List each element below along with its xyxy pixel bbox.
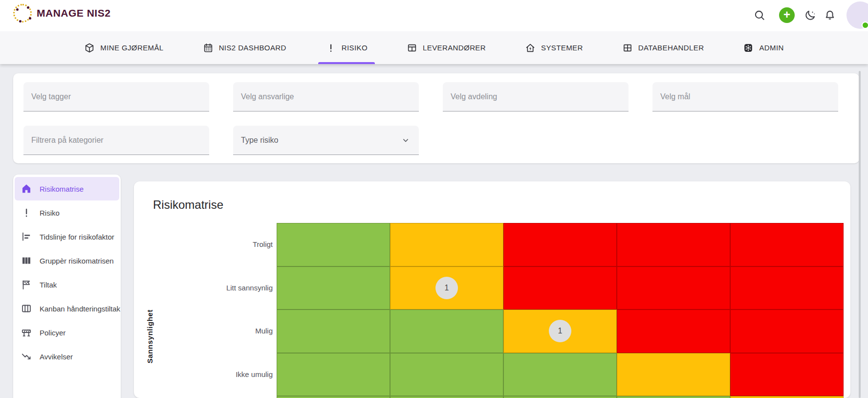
tab-leverand-rer[interactable]: LEVERANDØRER [399,31,493,64]
risk-count-badge[interactable]: 1 [435,277,458,299]
online-status-badge [862,22,868,29]
app-logo[interactable]: MANAGE NIS2 [13,4,110,22]
field-placeholder: Velg avdeling [451,92,497,101]
field-placeholder: Type risiko [241,136,278,145]
sidebar-item-label: Gruppèr risikomatrisen [40,257,114,265]
matrix-cell [730,353,844,397]
tab-label: LEVERANDØRER [423,44,486,52]
notifications-icon[interactable] [824,9,836,22]
logo-text: MANAGE NIS2 [37,7,110,19]
matrix-cell [390,396,503,398]
sidebar: RisikomatriseRisikoTidslinje for risikof… [13,175,121,398]
exclamation-icon [326,43,336,53]
sidebar-item-label: Tidslinje for risikofaktor [40,233,114,241]
tab-label: DATABEHANDLER [638,44,704,52]
timeline-icon [21,231,32,243]
filter-select-type-risiko[interactable]: Type risiko [233,126,419,155]
matrix-cell [730,396,844,398]
table-icon [407,43,417,53]
trending-down-icon [21,351,32,362]
risk-count-badge[interactable]: 1 [549,320,571,342]
tab-label: NIS2 DASHBOARD [219,44,286,52]
sidebar-item-label: Kanban håndteringstiltak [40,305,120,313]
matrix-cell [277,353,390,397]
main-nav: MINE GJØREMÅLNIS2 DASHBOARDRISIKOLEVERAN… [0,31,868,64]
sidebar-item-tiltak[interactable]: Tiltak [15,273,119,296]
tab-label: SYSTEMER [541,44,583,52]
matrix-cell [503,223,617,266]
field-placeholder: Velg mål [660,92,690,101]
matrix-row-label: Mulig [195,327,273,335]
sidebar-item-label: Avvikelser [40,353,73,361]
page-title: Risikomatrise [153,198,223,212]
add-button[interactable]: + [779,7,795,23]
sidebar-item-tidslinje-for-risikofaktor[interactable]: Tidslinje for risikofaktor [15,225,119,248]
filter-input-filtrera-p-kategorier[interactable]: Filtrera på kategorier [23,126,209,155]
tab-risiko[interactable]: RISIKO [318,31,375,64]
page-scrollbar[interactable] [859,71,861,398]
filters-panel: Velg taggerVelg ansvarligeVelg avdelingV… [13,73,859,163]
tab-databehandler[interactable]: DATABEHANDLER [615,31,712,64]
calendar-icon [203,43,214,53]
exclamation-icon [21,207,32,219]
barrier-icon [21,327,32,338]
matrix-cell [277,266,390,310]
matrix-cell [390,310,503,353]
sidebar-item-grupp-r-risikomatrisen[interactable]: Gruppèr risikomatrisen [15,249,119,272]
sidebar-item-kanban-h-ndteringstiltak[interactable]: Kanban håndteringstiltak [15,297,119,320]
sidebar-item-risikomatrise[interactable]: Risikomatrise [15,177,119,200]
matrix-cell [503,353,617,397]
admin-gear-icon [743,43,754,53]
filter-input-velg-tagger[interactable]: Velg tagger [23,82,209,111]
search-icon[interactable] [753,9,766,22]
matrix-cell [617,396,730,398]
sidebar-item-label: Policyer [40,329,65,337]
filter-input-velg-ansvarlige[interactable]: Velg ansvarlige [233,82,419,111]
tab-label: ADMIN [759,44,783,52]
field-placeholder: Velg tagger [31,92,71,101]
filter-input-velg-m-l[interactable]: Velg mål [652,82,838,111]
sidebar-item-label: Risiko [40,209,60,217]
sidebar-item-label: Risikomatrise [40,185,84,193]
matrix-cell [617,310,730,353]
matrix-cell [730,310,844,353]
dark-mode-icon[interactable] [804,9,817,22]
tab-label: MINE GJØREMÅL [100,44,163,52]
logo-dots-icon [13,4,32,22]
flag-icon [21,279,32,290]
matrix-cell [503,396,617,398]
matrix-cell [503,266,617,310]
active-tab-indicator [318,62,375,64]
view-column-icon [21,255,32,266]
matrix-cell [277,310,390,353]
matrix-cell [277,396,390,398]
package-icon [84,43,95,53]
sidebar-item-risiko[interactable]: Risiko [15,201,119,224]
app-header: MANAGE NIS2 + [0,0,868,31]
matrix-cell [617,353,730,397]
field-placeholder: Velg ansvarlige [241,92,294,101]
home-icon [21,183,32,195]
risk-matrix-panel: Risikomatrise Sannsynlighet TroligtLitt … [134,181,850,398]
risk-matrix: 11 [277,223,844,398]
tab-systemer[interactable]: SYSTEMER [518,31,590,64]
tab-label: RISIKO [342,44,368,52]
sidebar-item-label: Tiltak [40,281,57,289]
tab-admin[interactable]: ADMIN [736,31,791,64]
sidebar-item-policyer[interactable]: Policyer [15,321,119,344]
tab-nis2-dashboard[interactable]: NIS2 DASHBOARD [195,31,294,64]
matrix-row-label: Troligt [195,240,273,249]
tab-mine-gj-rem-l[interactable]: MINE GJØREMÅL [77,31,171,64]
matrix-cell [617,223,730,266]
matrix-row-label: Ikke umulig [195,370,273,379]
sidebar-item-avvikelser[interactable]: Avvikelser [15,345,119,368]
field-placeholder: Filtrera på kategorier [31,136,104,145]
chevron-down-icon [400,135,411,146]
filter-input-velg-avdeling[interactable]: Velg avdeling [443,82,629,111]
matrix-row-label: Litt sannsynlig [195,284,273,292]
grid-icon [622,43,633,53]
matrix-cell [390,223,503,266]
matrix-cell [390,353,503,397]
kanban-icon [21,303,32,314]
house-bolt-icon [525,43,536,53]
